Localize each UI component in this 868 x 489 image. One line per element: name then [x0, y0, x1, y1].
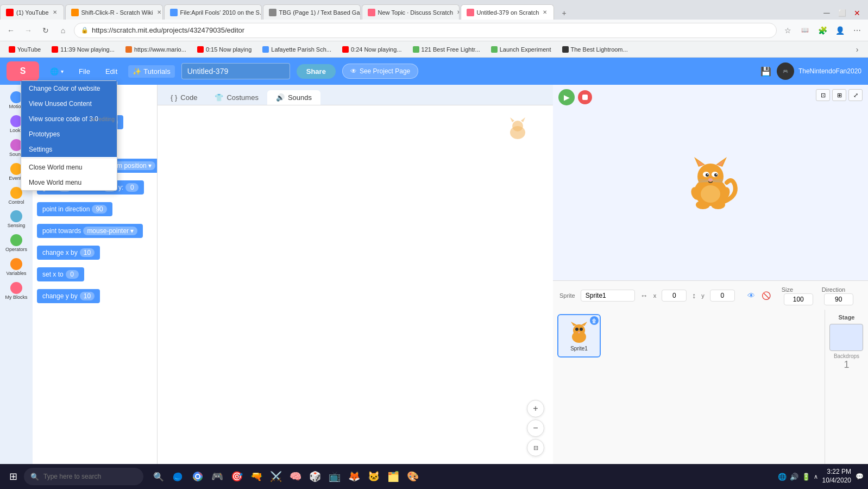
tab-scratch-wiki[interactable]: Shift-Click-R - Scratch Wiki ✕: [65, 4, 163, 20]
file-menu-button[interactable]: File: [74, 65, 95, 78]
context-menu-item-unused[interactable]: View Unused Content: [21, 96, 117, 111]
context-menu-item-close[interactable]: Close World menu: [21, 160, 117, 175]
taskbar-icon-app4[interactable]: 🎮: [209, 468, 226, 485]
zoom-reset-button[interactable]: ⊟: [527, 439, 544, 456]
see-project-button[interactable]: 👁 See Project Page: [342, 64, 418, 79]
taskbar-icon-app14[interactable]: 🎨: [404, 468, 422, 485]
taskbar-icon-app12[interactable]: 🐱: [365, 468, 382, 485]
taskbar-icon-cortana[interactable]: 🔍: [150, 468, 167, 485]
sprite-canvas[interactable]: + − ⊟: [158, 105, 553, 489]
sprite-thumb-sprite1[interactable]: 🗑 Sprite1: [557, 314, 601, 358]
size-input[interactable]: [784, 293, 813, 305]
tab-code[interactable]: { } Code: [162, 90, 206, 105]
taskbar-icon-app10[interactable]: 📺: [326, 468, 343, 485]
x-coord-input[interactable]: [662, 290, 687, 302]
direction-input[interactable]: [824, 293, 853, 305]
show-visible-button[interactable]: 👁: [745, 289, 758, 302]
bookmark-playing3[interactable]: 0:24 Now playing...: [338, 45, 406, 54]
home-button[interactable]: ⌂: [56, 24, 70, 37]
project-title-input[interactable]: [181, 63, 290, 79]
block-towards[interactable]: point towards mouse-pointer ▾: [37, 224, 143, 238]
forward-button[interactable]: →: [22, 24, 35, 37]
start-button[interactable]: ⊞: [4, 468, 22, 485]
taskbar-icon-app13[interactable]: 🗂️: [385, 468, 402, 485]
block-towards-dropdown[interactable]: mouse-pointer ▾: [83, 227, 137, 235]
taskbar-icon-app8[interactable]: 🧠: [287, 468, 304, 485]
stage-thumbnail[interactable]: [829, 324, 863, 351]
taskbar-icon-app11[interactable]: 🦊: [345, 468, 363, 485]
block-changex-val[interactable]: 10: [80, 248, 95, 257]
share-button[interactable]: Share: [297, 64, 336, 79]
block-direction-val[interactable]: 90: [92, 205, 106, 214]
context-menu-item-source[interactable]: View source code of 3.0 no editing: [21, 111, 117, 127]
palette-item-my-blocks[interactable]: My Blocks: [1, 280, 32, 303]
show-hidden-button[interactable]: 🚫: [760, 289, 773, 302]
y-coord-input[interactable]: [710, 290, 735, 302]
more-button[interactable]: ⋯: [851, 24, 864, 37]
taskbar-search[interactable]: 🔍: [24, 468, 143, 485]
block-changey[interactable]: change y by 10: [37, 289, 100, 303]
zoom-out-button[interactable]: −: [527, 419, 544, 437]
tab-close-wiki[interactable]: ✕: [156, 9, 162, 15]
block-setx-val[interactable]: 0: [66, 270, 79, 279]
context-menu-item-change-color[interactable]: Change Color of website: [21, 81, 117, 96]
taskbar-icon-app5[interactable]: 🎯: [228, 468, 246, 485]
save-icon-button[interactable]: 💾: [759, 65, 772, 78]
tray-icon-battery[interactable]: 🔋: [802, 473, 810, 481]
bookmark-mario[interactable]: https://www.mario...: [121, 45, 191, 54]
extensions-button[interactable]: 🧩: [816, 24, 829, 37]
block-setx[interactable]: set x to 0: [37, 267, 84, 281]
bookmark-playing1[interactable]: 11:39 Now playing...: [47, 45, 119, 54]
tab-costumes[interactable]: 👕 Costumes: [206, 90, 267, 105]
taskbar-search-input[interactable]: [43, 473, 130, 480]
scratch-logo[interactable]: S: [7, 61, 39, 81]
new-tab-button[interactable]: +: [557, 7, 570, 20]
tray-icon-volume[interactable]: 🔊: [790, 473, 798, 481]
block-direction[interactable]: point in direction 90: [37, 202, 112, 216]
block-changex[interactable]: change x by 10: [37, 246, 100, 260]
close-button[interactable]: ✕: [851, 7, 864, 20]
tab-close-youtube[interactable]: ✕: [52, 9, 58, 15]
tab-april-fools[interactable]: File:April Fools' 2010 on the S... ✕: [164, 4, 262, 20]
bookmarks-more[interactable]: ›: [851, 43, 864, 56]
tab-scratch-editor[interactable]: Untitled-379 on Scratch ✕: [461, 4, 555, 20]
sprite-delete-button[interactable]: 🗑: [590, 316, 599, 325]
address-bar[interactable]: 🔒 https://scratch.mit.edu/projects/43247…: [74, 23, 777, 38]
bookmark-lightroom[interactable]: 121 Best Free Lightr...: [408, 45, 485, 54]
taskbar-icon-app9[interactable]: 🎲: [306, 468, 324, 485]
account-button[interactable]: 👤: [833, 24, 846, 37]
tab-new-topic[interactable]: New Topic · Discuss Scratch ✕: [362, 4, 460, 20]
tab-close-new-topic[interactable]: ✕: [456, 9, 459, 15]
edit-menu-button[interactable]: Edit: [101, 65, 122, 78]
tray-icon-up-arrow[interactable]: ∧: [814, 473, 818, 480]
context-menu-item-prototypes[interactable]: Prototypes: [21, 127, 117, 142]
tray-icon-notifications[interactable]: 💬: [856, 473, 864, 480]
user-avatar[interactable]: 🎮: [777, 62, 794, 80]
block-glide2-y[interactable]: 0: [125, 183, 139, 192]
taskbar-icon-edge[interactable]: [169, 468, 187, 485]
palette-item-sensing[interactable]: Sensing: [1, 208, 32, 231]
tab-youtube[interactable]: (1) YouTube ✕: [0, 4, 64, 20]
palette-item-variables[interactable]: Variables: [1, 256, 32, 279]
taskbar-icon-chrome[interactable]: [189, 468, 206, 485]
tab-tbg[interactable]: TBG (Page 1) / Text Based Gam... ✕: [263, 4, 361, 20]
sprite-name-input[interactable]: [581, 290, 635, 302]
reload-button[interactable]: ↻: [39, 24, 52, 37]
restore-button[interactable]: ⬜: [835, 7, 848, 20]
bookmark-best-lightroom[interactable]: The Best Lightroom...: [558, 45, 632, 54]
context-menu-item-move[interactable]: Move World menu: [21, 175, 117, 190]
taskbar-icon-app6[interactable]: 🔫: [248, 468, 265, 485]
minimize-button[interactable]: ─: [820, 7, 833, 20]
bookmark-youtube[interactable]: YouTube: [4, 45, 45, 54]
tab-sounds[interactable]: 🔊 Sounds: [267, 90, 320, 105]
tutorials-button[interactable]: ✨ Tutorials: [128, 65, 174, 78]
reader-mode-button[interactable]: 📖: [798, 24, 812, 37]
globe-button[interactable]: 🌐 ▾: [46, 65, 68, 78]
star-button[interactable]: ☆: [781, 24, 794, 37]
palette-item-operators[interactable]: Operators: [1, 232, 32, 255]
bookmark-launch[interactable]: Launch Experiment: [487, 45, 556, 54]
taskbar-icon-app7[interactable]: ⚔️: [267, 468, 285, 485]
block-changey-val[interactable]: 10: [80, 292, 95, 300]
zoom-in-button[interactable]: +: [527, 400, 544, 417]
system-clock[interactable]: 3:22 PM 10/4/2020: [822, 468, 851, 485]
